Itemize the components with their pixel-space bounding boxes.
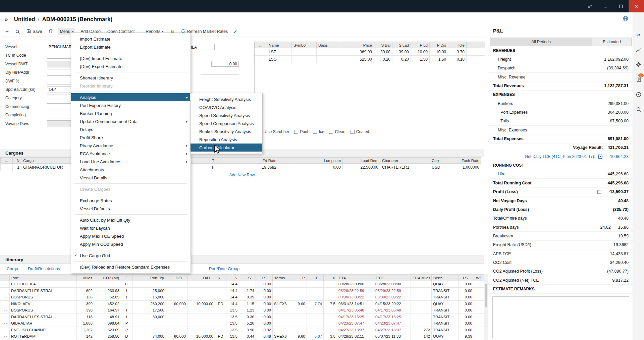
menu-item-exchange-rates[interactable]: Exchange Rates xyxy=(71,196,191,205)
row-menu-icon[interactable]: ··· xyxy=(0,314,10,320)
cell: 10.00 xyxy=(430,48,448,56)
menu-item-label: Attachments xyxy=(80,167,188,172)
flag-clean[interactable]: Clean xyxy=(329,129,345,134)
checkbox[interactable] xyxy=(313,130,317,134)
breadcrumb[interactable]: Untitled xyxy=(14,16,35,23)
cell xyxy=(317,48,341,56)
menu-item-dev-import-estimate[interactable]: (Dev) Import Estimate xyxy=(71,54,191,62)
menu-item-auto-calc-by-max-lift-qty[interactable]: Auto Calc. by Max Lift Qty xyxy=(71,216,191,224)
row-menu-icon[interactable]: ··· xyxy=(0,307,10,314)
flag-ice[interactable]: Ice xyxy=(313,129,324,134)
underline-field[interactable] xyxy=(201,69,238,74)
menu-item-eca-avoidance[interactable]: ECA Avoidance▸ xyxy=(71,150,191,158)
checkbox[interactable] xyxy=(294,130,298,134)
save-button[interactable]: Save xyxy=(25,28,44,35)
menu-item-reorder-itinerary[interactable]: Reorder Itinerary xyxy=(71,82,191,90)
cell: 19.3682 xyxy=(221,164,278,171)
menu-item-label: Bunker Sensitivity Analysis xyxy=(199,129,260,134)
maximize-icon[interactable] xyxy=(613,0,629,12)
menu-item-use-cargo-grid[interactable]: ✓Use Cargo Grid xyxy=(71,251,191,260)
cell: 03/31/23 14:51 xyxy=(337,300,374,307)
menu-item-delays[interactable]: Delays xyxy=(71,125,191,133)
menu-item-dev-export-estimate[interactable]: (Dev) Export Estimate xyxy=(71,62,191,70)
checkbox[interactable] xyxy=(351,130,355,134)
row-menu-icon[interactable]: ··· xyxy=(0,333,10,340)
search-button[interactable] xyxy=(14,29,21,35)
menu-item-apply-max-tce-speed[interactable]: Apply Max TCE Speed xyxy=(71,232,191,240)
cell xyxy=(273,281,294,288)
menu-item-speed-comparison-analysis[interactable]: Speed Comparison Analysis xyxy=(191,119,262,127)
row-menu-icon[interactable]: ··· xyxy=(0,294,10,301)
settings-gear-icon[interactable] xyxy=(633,59,644,69)
delete-button[interactable] xyxy=(47,28,54,36)
amount-field[interactable]: 0.00 xyxy=(211,61,239,67)
minimize-icon[interactable] xyxy=(598,0,613,12)
search-icon[interactable] xyxy=(633,104,644,114)
close-icon[interactable]: ✕ xyxy=(629,0,644,12)
submenu-arrow-icon: ▸ xyxy=(186,119,188,124)
menu-item-create-cargoes[interactable]: Create Cargoes xyxy=(71,185,191,193)
menu-item-label: (Dev) Export Estimate xyxy=(80,64,188,69)
row-menu-icon[interactable]: ··· xyxy=(1,164,13,171)
row-menu-icon[interactable]: ··· xyxy=(0,300,10,307)
flag-coated[interactable]: Coated xyxy=(351,129,369,134)
cell xyxy=(215,307,226,314)
globe-icon[interactable] xyxy=(623,16,628,22)
menu-item-bunker-planning[interactable]: Bunker Planning xyxy=(71,109,191,117)
menu-item-attachments[interactable]: Attachments xyxy=(71,166,191,174)
compass-icon[interactable] xyxy=(633,90,644,100)
scrollbar-thumb[interactable] xyxy=(485,284,487,307)
row-menu-icon[interactable]: ··· xyxy=(0,327,10,333)
estimate-remarks-input[interactable] xyxy=(492,296,629,338)
menu-item-coa-cvc-analysis[interactable]: COA/CVC Analysis xyxy=(191,103,262,111)
menu-item-dev-reload-and-restore-standard-expenses[interactable]: (Dev) Reload and Restore Standard Expens… xyxy=(71,263,191,271)
tab-port-date-group[interactable]: Port/Date Group xyxy=(209,267,239,271)
expand-sidebar-icon[interactable]: » xyxy=(5,16,8,23)
itinerary-scrollbar[interactable] xyxy=(484,274,488,340)
pnl-row-total-off-hire-days: Total/Off hire days40.48 xyxy=(489,214,633,223)
menu-item-piracy-avoidance[interactable]: Piracy Avoidance▸ xyxy=(71,141,191,150)
row-menu-icon[interactable]: ··· xyxy=(255,48,267,56)
row-menu-icon[interactable]: ··· xyxy=(0,281,10,288)
menu-item-reposition-analysis[interactable]: Reposition Analysis xyxy=(191,135,262,144)
profit-loss-checkbox[interactable] xyxy=(597,190,601,194)
tab-draft-restrictions[interactable]: Draft/Restrictions xyxy=(28,267,60,271)
pnl-value: 24.62 xyxy=(600,225,610,230)
menu-item-speed-sensitivity-analysis[interactable]: Speed Sensitivity Analysis xyxy=(191,111,262,119)
menu-item-update-commencement-data[interactable]: Update Commencement Data▸ xyxy=(71,117,191,125)
row-menu-icon[interactable]: ··· xyxy=(0,320,10,327)
menu-item-vessel-details[interactable]: Vessel Details xyxy=(71,174,191,182)
checkbox[interactable] xyxy=(329,130,333,134)
menu-item-wait-for-laycan[interactable]: Wait for Laycan xyxy=(71,224,191,232)
menu-item-bunker-sensitivity-analysis[interactable]: Bunker Sensitivity Analysis xyxy=(191,127,262,135)
add-button[interactable]: + xyxy=(4,27,10,36)
flag-pool[interactable]: Pool xyxy=(294,129,308,134)
analytics-chart-icon[interactable] xyxy=(633,45,644,55)
row-menu-icon[interactable]: ··· xyxy=(0,287,10,294)
tab-all-periods[interactable]: All Periods xyxy=(490,38,592,46)
popout-icon[interactable] xyxy=(582,0,598,12)
menu-item-port-expense-history[interactable]: Port Expense History xyxy=(71,101,191,109)
menu-item-profit-share[interactable]: Profit Share xyxy=(71,133,191,141)
menu-item-shortest-itinerary[interactable]: Shortest Itinerary xyxy=(71,74,191,82)
menu-item-freight-sensitivity-analysis[interactable]: Freight Sensitivity Analysis xyxy=(191,95,262,103)
flag-use-scrubber[interactable]: Use Scrubber xyxy=(259,129,289,134)
menu-item-export-estimate[interactable]: Export Estimate xyxy=(71,43,191,51)
tce-link-icon[interactable] xyxy=(598,155,602,159)
tasks-icon[interactable]: 1 xyxy=(633,74,644,84)
pnl-row-revenues: REVENUES xyxy=(489,46,633,55)
menu-item-apply-min-co2-speed[interactable]: Apply Min CO2 Speed xyxy=(71,240,191,248)
tab-cargo[interactable]: Cargo xyxy=(7,267,18,271)
menu-item-analysis[interactable]: Analysis▸ xyxy=(71,93,191,101)
collapse-panel-icon[interactable]: « xyxy=(633,30,644,40)
cell xyxy=(294,281,307,288)
menu-item-load-line-avoidance[interactable]: Load Line Avoidance▸ xyxy=(71,158,191,166)
cell: 04/23/23 07:47 xyxy=(337,320,374,327)
underline-field[interactable] xyxy=(201,81,238,86)
row-menu-icon[interactable]: ··· xyxy=(255,56,267,63)
cell: 452.02 xyxy=(94,300,121,307)
menu-item-import-estimate[interactable]: Import Estimate xyxy=(71,35,191,43)
tab-estimated[interactable]: Estimated xyxy=(592,38,632,46)
menu-item-vessel-defaults[interactable]: Vessel Defaults xyxy=(71,205,191,213)
menu-item-carbon-calculator[interactable]: Carbon Calculator xyxy=(191,144,262,152)
